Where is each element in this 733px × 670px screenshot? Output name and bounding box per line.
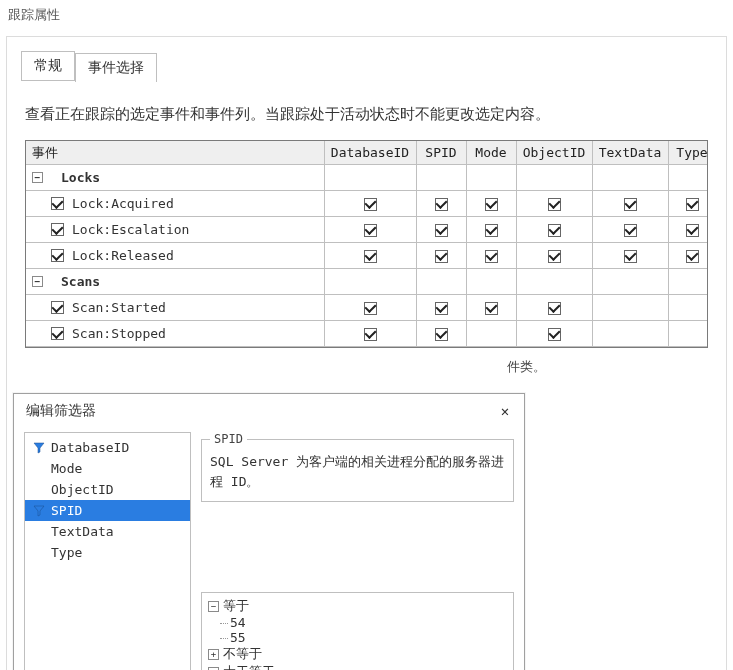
checkbox-icon[interactable] (435, 302, 448, 315)
filter-item-databaseid[interactable]: DatabaseID (25, 437, 190, 458)
event-cell[interactable] (416, 191, 466, 217)
event-cell[interactable] (592, 191, 668, 217)
event-cell[interactable] (466, 191, 516, 217)
event-cell[interactable] (668, 321, 708, 347)
checkbox-icon[interactable] (686, 224, 699, 237)
cond-gte[interactable]: + 大于等于 (208, 663, 507, 670)
event-cell[interactable] (516, 295, 592, 321)
cond-value[interactable]: 55 (230, 630, 507, 645)
funnel-icon (33, 442, 45, 454)
checkbox-icon[interactable] (364, 328, 377, 341)
checkbox-icon[interactable] (485, 224, 498, 237)
tab-general[interactable]: 常规 (21, 51, 75, 81)
checkbox-icon[interactable] (51, 301, 64, 314)
filter-label: Type (51, 545, 82, 560)
filter-item-type[interactable]: Type (25, 542, 190, 563)
event-cell[interactable] (416, 321, 466, 347)
hint-fragment: 件类。 (507, 358, 726, 376)
checkbox-icon[interactable] (548, 328, 561, 341)
checkbox-icon[interactable] (548, 198, 561, 211)
cond-value[interactable]: 54 (230, 615, 507, 630)
col-spid[interactable]: SPID (416, 141, 466, 165)
event-cell[interactable] (592, 217, 668, 243)
expand-icon[interactable]: + (208, 667, 219, 671)
col-textdata[interactable]: TextData (592, 141, 668, 165)
cond-eq[interactable]: − 等于 (208, 597, 507, 615)
filter-label: DatabaseID (51, 440, 129, 455)
checkbox-icon[interactable] (364, 250, 377, 263)
event-cell[interactable] (592, 321, 668, 347)
event-cell[interactable] (516, 321, 592, 347)
filter-desc: SQL Server 为客户端的相关进程分配的服务器进程 ID。 (210, 452, 505, 491)
collapse-icon[interactable]: − (208, 601, 219, 612)
checkbox-icon[interactable] (435, 328, 448, 341)
cond-neq[interactable]: + 不等于 (208, 645, 507, 663)
event-cell[interactable] (516, 217, 592, 243)
col-databaseid[interactable]: DatabaseID (324, 141, 416, 165)
event-cell[interactable] (324, 243, 416, 269)
event-cell[interactable] (516, 243, 592, 269)
event-cell[interactable] (416, 243, 466, 269)
checkbox-icon[interactable] (548, 302, 561, 315)
checkbox-icon[interactable] (435, 224, 448, 237)
checkbox-icon[interactable] (435, 250, 448, 263)
event-cell[interactable] (324, 217, 416, 243)
checkbox-icon[interactable] (364, 224, 377, 237)
event-cell[interactable] (668, 217, 708, 243)
event-cell[interactable] (324, 191, 416, 217)
col-event[interactable]: 事件 (26, 141, 324, 165)
filter-item-mode[interactable]: Mode (25, 458, 190, 479)
event-cell[interactable] (324, 295, 416, 321)
checkbox-icon[interactable] (485, 198, 498, 211)
event-cell[interactable] (416, 217, 466, 243)
event-cell[interactable] (516, 191, 592, 217)
condition-tree[interactable]: − 等于 54 55 + 不等于 + 大于等于 (201, 592, 514, 670)
checkbox-icon[interactable] (548, 224, 561, 237)
event-cell[interactable] (668, 191, 708, 217)
close-icon[interactable]: ✕ (496, 402, 514, 420)
checkbox-icon[interactable] (624, 250, 637, 263)
event-cell[interactable] (466, 295, 516, 321)
checkbox-icon[interactable] (686, 250, 699, 263)
filter-label: Mode (51, 461, 82, 476)
window-title: 跟踪属性 (0, 0, 733, 30)
collapse-icon[interactable]: − (32, 276, 43, 287)
event-cell[interactable] (466, 217, 516, 243)
checkbox-icon[interactable] (51, 197, 64, 210)
event-label: Lock:Acquired (72, 196, 174, 211)
filter-item-objectid[interactable]: ObjectID (25, 479, 190, 500)
filter-item-spid[interactable]: SPID (25, 500, 190, 521)
checkbox-icon[interactable] (435, 198, 448, 211)
checkbox-icon[interactable] (686, 198, 699, 211)
event-cell[interactable] (324, 321, 416, 347)
col-mode[interactable]: Mode (466, 141, 516, 165)
checkbox-icon[interactable] (364, 302, 377, 315)
checkbox-icon[interactable] (624, 224, 637, 237)
event-cell[interactable] (592, 295, 668, 321)
checkbox-icon[interactable] (51, 249, 64, 262)
filter-list[interactable]: DatabaseIDModeObjectIDSPIDTextDataType (24, 432, 191, 670)
event-cell[interactable] (416, 295, 466, 321)
checkbox-icon[interactable] (485, 250, 498, 263)
event-cell[interactable] (668, 295, 708, 321)
event-row: Lock:Escalation (26, 217, 708, 243)
expand-icon[interactable]: + (208, 649, 219, 660)
group-row[interactable]: −Locks (26, 165, 708, 191)
checkbox-icon[interactable] (624, 198, 637, 211)
checkbox-icon[interactable] (51, 327, 64, 340)
col-type[interactable]: Type (668, 141, 708, 165)
checkbox-icon[interactable] (485, 302, 498, 315)
col-objectid[interactable]: ObjectID (516, 141, 592, 165)
checkbox-icon[interactable] (51, 223, 64, 236)
event-cell[interactable] (668, 243, 708, 269)
event-cell[interactable] (592, 243, 668, 269)
group-row[interactable]: −Scans (26, 269, 708, 295)
filter-item-textdata[interactable]: TextData (25, 521, 190, 542)
checkbox-icon[interactable] (364, 198, 377, 211)
collapse-icon[interactable]: − (32, 172, 43, 183)
checkbox-icon[interactable] (548, 250, 561, 263)
tab-event-selection[interactable]: 事件选择 (75, 53, 157, 82)
event-cell[interactable] (466, 321, 516, 347)
dialog-titlebar[interactable]: 编辑筛选器 ✕ (14, 394, 524, 428)
event-cell[interactable] (466, 243, 516, 269)
